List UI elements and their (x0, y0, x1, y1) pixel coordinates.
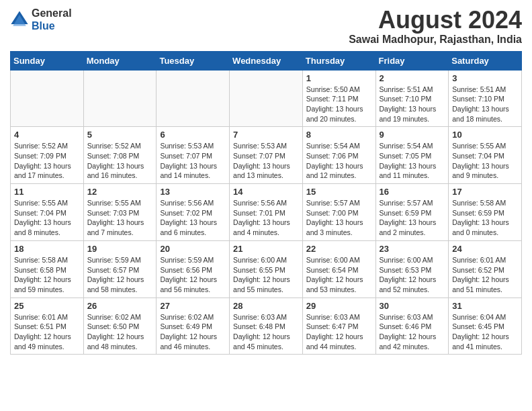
day-number: 17 (452, 187, 518, 197)
day-info: Sunrise: 5:58 AM Sunset: 6:58 PM Dayligh… (14, 255, 80, 295)
day-number: 31 (452, 301, 518, 311)
month-year-title: August 2024 (349, 7, 522, 34)
calendar-week-4: 18Sunrise: 5:58 AM Sunset: 6:58 PM Dayli… (11, 240, 522, 298)
logo-icon (10, 10, 29, 29)
day-number: 18 (14, 244, 80, 254)
weekday-header-wednesday: Wednesday (230, 51, 303, 70)
day-number: 5 (87, 130, 153, 140)
day-info: Sunrise: 5:54 AM Sunset: 7:05 PM Dayligh… (380, 141, 445, 181)
calendar-cell: 14Sunrise: 5:56 AM Sunset: 7:01 PM Dayli… (230, 184, 303, 241)
weekday-header-friday: Friday (375, 51, 449, 70)
calendar-cell (157, 70, 230, 127)
weekday-header-tuesday: Tuesday (157, 51, 230, 70)
calendar-cell: 25Sunrise: 6:01 AM Sunset: 6:51 PM Dayli… (11, 298, 84, 355)
day-info: Sunrise: 6:03 AM Sunset: 6:48 PM Dayligh… (233, 312, 299, 352)
day-number: 2 (380, 73, 445, 83)
day-info: Sunrise: 5:55 AM Sunset: 7:04 PM Dayligh… (452, 141, 518, 181)
calendar-cell: 24Sunrise: 6:01 AM Sunset: 6:52 PM Dayli… (449, 240, 522, 298)
calendar-cell: 1Sunrise: 5:50 AM Sunset: 7:11 PM Daylig… (302, 70, 375, 127)
day-number: 20 (160, 244, 226, 254)
day-number: 9 (380, 130, 445, 140)
day-number: 23 (380, 244, 445, 254)
day-info: Sunrise: 5:59 AM Sunset: 6:56 PM Dayligh… (160, 255, 226, 295)
day-info: Sunrise: 6:02 AM Sunset: 6:50 PM Dayligh… (87, 312, 153, 352)
weekday-header-thursday: Thursday (302, 51, 375, 70)
day-info: Sunrise: 6:01 AM Sunset: 6:51 PM Dayligh… (14, 312, 80, 352)
day-info: Sunrise: 6:03 AM Sunset: 6:46 PM Dayligh… (380, 312, 445, 352)
day-info: Sunrise: 5:55 AM Sunset: 7:03 PM Dayligh… (87, 198, 153, 238)
calendar-cell: 16Sunrise: 5:57 AM Sunset: 6:59 PM Dayli… (375, 184, 449, 241)
day-info: Sunrise: 5:56 AM Sunset: 7:01 PM Dayligh… (233, 198, 299, 238)
day-number: 8 (306, 130, 372, 140)
calendar-week-5: 25Sunrise: 6:01 AM Sunset: 6:51 PM Dayli… (11, 298, 522, 355)
day-number: 14 (233, 187, 299, 197)
day-info: Sunrise: 6:00 AM Sunset: 6:54 PM Dayligh… (306, 255, 372, 295)
day-info: Sunrise: 5:52 AM Sunset: 7:08 PM Dayligh… (87, 141, 153, 181)
page-header: General Blue August 2024 Sawai Madhopur,… (10, 7, 522, 46)
day-number: 7 (233, 130, 299, 140)
weekday-header-row: SundayMondayTuesdayWednesdayThursdayFrid… (11, 51, 522, 70)
weekday-header-sunday: Sunday (11, 51, 84, 70)
day-number: 24 (452, 244, 518, 254)
calendar-week-2: 4Sunrise: 5:52 AM Sunset: 7:09 PM Daylig… (11, 127, 522, 184)
day-number: 21 (233, 244, 299, 254)
day-number: 22 (306, 244, 372, 254)
day-info: Sunrise: 5:50 AM Sunset: 7:11 PM Dayligh… (306, 85, 372, 124)
calendar-cell: 5Sunrise: 5:52 AM Sunset: 7:08 PM Daylig… (83, 127, 157, 184)
day-info: Sunrise: 5:57 AM Sunset: 7:00 PM Dayligh… (306, 198, 372, 238)
day-info: Sunrise: 6:00 AM Sunset: 6:53 PM Dayligh… (380, 255, 445, 295)
calendar-cell: 12Sunrise: 5:55 AM Sunset: 7:03 PM Dayli… (83, 184, 157, 241)
day-info: Sunrise: 5:55 AM Sunset: 7:04 PM Dayligh… (14, 198, 80, 238)
calendar-cell: 29Sunrise: 6:03 AM Sunset: 6:47 PM Dayli… (302, 298, 375, 355)
day-number: 4 (14, 130, 80, 140)
calendar-cell: 23Sunrise: 6:00 AM Sunset: 6:53 PM Dayli… (375, 240, 449, 298)
logo-blue: Blue (32, 19, 72, 32)
day-info: Sunrise: 5:51 AM Sunset: 7:10 PM Dayligh… (452, 85, 518, 124)
day-info: Sunrise: 5:53 AM Sunset: 7:07 PM Dayligh… (233, 141, 299, 181)
day-number: 15 (306, 187, 372, 197)
day-info: Sunrise: 6:01 AM Sunset: 6:52 PM Dayligh… (452, 255, 518, 295)
calendar-cell: 27Sunrise: 6:02 AM Sunset: 6:49 PM Dayli… (157, 298, 230, 355)
calendar-cell: 2Sunrise: 5:51 AM Sunset: 7:10 PM Daylig… (375, 70, 449, 127)
calendar-cell: 13Sunrise: 5:56 AM Sunset: 7:02 PM Dayli… (157, 184, 230, 241)
day-number: 26 (87, 301, 153, 311)
calendar-cell: 9Sunrise: 5:54 AM Sunset: 7:05 PM Daylig… (375, 127, 449, 184)
calendar-cell (83, 70, 157, 127)
day-info: Sunrise: 5:56 AM Sunset: 7:02 PM Dayligh… (160, 198, 226, 238)
calendar-cell: 30Sunrise: 6:03 AM Sunset: 6:46 PM Dayli… (375, 298, 449, 355)
day-info: Sunrise: 5:57 AM Sunset: 6:59 PM Dayligh… (380, 198, 445, 238)
calendar-cell: 19Sunrise: 5:59 AM Sunset: 6:57 PM Dayli… (83, 240, 157, 298)
calendar-cell: 6Sunrise: 5:53 AM Sunset: 7:07 PM Daylig… (157, 127, 230, 184)
calendar-cell: 15Sunrise: 5:57 AM Sunset: 7:00 PM Dayli… (302, 184, 375, 241)
day-number: 30 (380, 301, 445, 311)
day-info: Sunrise: 6:04 AM Sunset: 6:45 PM Dayligh… (452, 312, 518, 352)
day-info: Sunrise: 6:03 AM Sunset: 6:47 PM Dayligh… (306, 312, 372, 352)
day-info: Sunrise: 5:59 AM Sunset: 6:57 PM Dayligh… (87, 255, 153, 295)
calendar-table: SundayMondayTuesdayWednesdayThursdayFrid… (10, 51, 522, 355)
day-number: 25 (14, 301, 80, 311)
calendar-cell (11, 70, 84, 127)
calendar-cell: 21Sunrise: 6:00 AM Sunset: 6:55 PM Dayli… (230, 240, 303, 298)
calendar-week-3: 11Sunrise: 5:55 AM Sunset: 7:04 PM Dayli… (11, 184, 522, 241)
day-info: Sunrise: 6:00 AM Sunset: 6:55 PM Dayligh… (233, 255, 299, 295)
calendar-cell: 20Sunrise: 5:59 AM Sunset: 6:56 PM Dayli… (157, 240, 230, 298)
calendar-cell: 3Sunrise: 5:51 AM Sunset: 7:10 PM Daylig… (449, 70, 522, 127)
calendar-cell: 18Sunrise: 5:58 AM Sunset: 6:58 PM Dayli… (11, 240, 84, 298)
calendar-cell: 26Sunrise: 6:02 AM Sunset: 6:50 PM Dayli… (83, 298, 157, 355)
location-subtitle: Sawai Madhopur, Rajasthan, India (349, 34, 522, 46)
day-number: 1 (306, 73, 372, 83)
day-info: Sunrise: 6:02 AM Sunset: 6:49 PM Dayligh… (160, 312, 226, 352)
day-number: 3 (452, 73, 518, 83)
day-number: 19 (87, 244, 153, 254)
day-number: 27 (160, 301, 226, 311)
calendar-cell: 4Sunrise: 5:52 AM Sunset: 7:09 PM Daylig… (11, 127, 84, 184)
day-number: 10 (452, 130, 518, 140)
calendar-cell: 31Sunrise: 6:04 AM Sunset: 6:45 PM Dayli… (449, 298, 522, 355)
logo: General Blue (10, 7, 72, 32)
day-info: Sunrise: 5:58 AM Sunset: 6:59 PM Dayligh… (452, 198, 518, 238)
calendar-cell: 8Sunrise: 5:54 AM Sunset: 7:06 PM Daylig… (302, 127, 375, 184)
logo-text: General Blue (32, 7, 72, 32)
day-info: Sunrise: 5:51 AM Sunset: 7:10 PM Dayligh… (380, 85, 445, 124)
day-number: 12 (87, 187, 153, 197)
calendar-cell: 28Sunrise: 6:03 AM Sunset: 6:48 PM Dayli… (230, 298, 303, 355)
